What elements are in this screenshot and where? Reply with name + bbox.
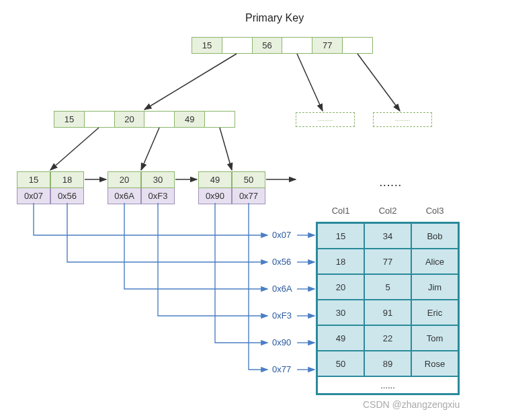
svg-line-0 bbox=[144, 54, 237, 110]
svg-line-5 bbox=[220, 128, 232, 170]
svg-line-4 bbox=[141, 128, 159, 170]
svg-line-2 bbox=[357, 54, 400, 111]
svg-line-3 bbox=[50, 128, 99, 170]
diagram-stage: Primary Key 15 56 77 15 20 49 ......... … bbox=[0, 0, 506, 420]
svg-line-1 bbox=[297, 54, 323, 111]
arrows-layer bbox=[0, 0, 506, 420]
